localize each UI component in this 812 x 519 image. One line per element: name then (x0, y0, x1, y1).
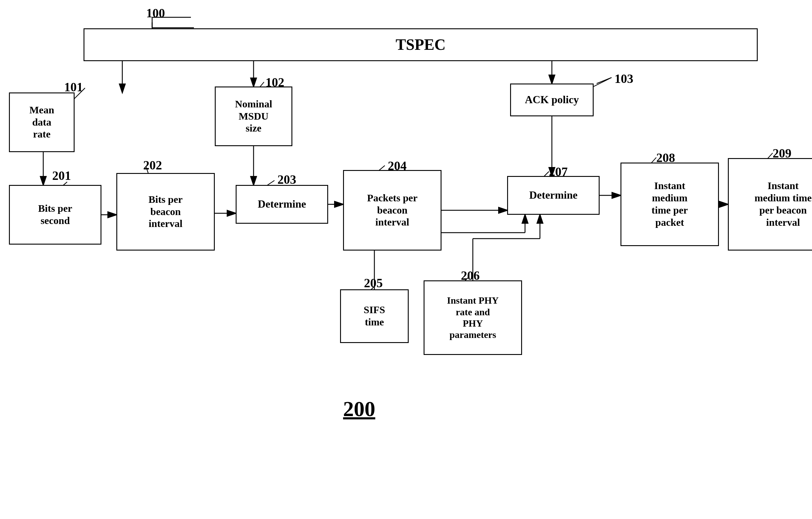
flow-diagram-svg (0, 0, 812, 519)
determine2-box: Determine (507, 176, 600, 215)
ack-policy-label: ACK policy (525, 93, 579, 106)
label-206: 206 (461, 268, 480, 283)
instant-medium-packet-box: Instantmediumtime perpacket (620, 163, 719, 246)
figure-number: 200 (343, 397, 375, 422)
instant-phy-box: Instant PHYrate andPHYparameters (424, 280, 522, 355)
packets-per-beacon-box: Packets perbeaconinterval (343, 170, 441, 251)
label-205: 205 (364, 276, 383, 290)
label-209: 209 (773, 146, 791, 161)
packets-per-beacon-label: Packets perbeaconinterval (367, 192, 417, 229)
sifs-time-box: SIFStime (340, 289, 409, 343)
instant-medium-beacon-label: Instantmedium timeper beaconinterval (754, 180, 812, 229)
tspec-label: TSPEC (396, 35, 446, 54)
label-102: 102 (265, 75, 284, 89)
ack-policy-box: ACK policy (510, 84, 593, 116)
bits-per-second-box: Bits persecond (9, 185, 102, 244)
label-203: 203 (278, 172, 296, 187)
label-207: 207 (549, 165, 568, 179)
label-208: 208 (656, 151, 675, 165)
determine2-label: Determine (529, 189, 578, 202)
nominal-msdu-label: NominalMSDUsize (235, 98, 272, 135)
mean-data-rate-box: Meandatarate (9, 92, 75, 152)
svg-line-28 (593, 78, 612, 86)
label-202: 202 (143, 158, 162, 172)
label-204: 204 (388, 159, 407, 173)
bits-per-beacon-box: Bits perbeaconinterval (116, 173, 215, 251)
diagram: TSPEC Meandatarate Bits persecond Bits p… (0, 0, 812, 519)
label-201: 201 (52, 169, 71, 183)
instant-medium-packet-label: Instantmediumtime perpacket (651, 180, 688, 229)
nominal-msdu-box: NominalMSDUsize (215, 86, 292, 146)
label-100: 100 (146, 6, 165, 20)
label-101: 101 (64, 80, 83, 94)
mean-data-rate-label: Meandatarate (29, 104, 54, 141)
sifs-time-label: SIFStime (364, 304, 385, 328)
determine1-box: Determine (236, 185, 328, 224)
instant-medium-beacon-box: Instantmedium timeper beaconinterval (728, 158, 812, 251)
bits-per-beacon-label: Bits perbeaconinterval (149, 194, 182, 230)
instant-phy-label: Instant PHYrate andPHYparameters (447, 295, 498, 341)
tspec-box: TSPEC (84, 28, 758, 61)
label-103: 103 (614, 71, 633, 86)
bits-per-second-label: Bits persecond (38, 203, 72, 227)
determine1-label: Determine (258, 198, 306, 210)
